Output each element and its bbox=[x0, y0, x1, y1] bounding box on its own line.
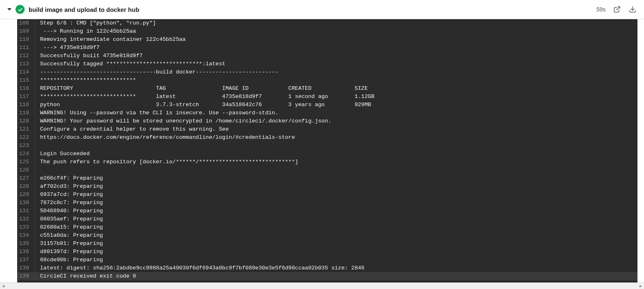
download-icon[interactable] bbox=[628, 5, 637, 13]
line-number: 108 bbox=[17, 19, 35, 27]
step-title: build image and upload to docker hub bbox=[29, 6, 592, 13]
line-text: d801397d: Preparing bbox=[35, 248, 106, 256]
line-number: 131 bbox=[17, 207, 35, 215]
line-text: CircleCI received exit code 0 bbox=[35, 272, 136, 280]
line-text: python 3.7.3-stretch 34a518642c76 3 year… bbox=[35, 101, 371, 109]
line-number: 125 bbox=[17, 158, 35, 166]
log-line[interactable]: 13531157b81: Preparing bbox=[17, 240, 637, 248]
horizontal-scrollbar[interactable]: ◄ ► bbox=[0, 282, 644, 289]
log-line[interactable]: 111 ---> 4735e818d9f7 bbox=[17, 44, 637, 52]
line-text: 6937a7cd: Preparing bbox=[35, 191, 106, 199]
log-line[interactable]: 13302680a15: Preparing bbox=[17, 223, 637, 231]
line-number: 119 bbox=[17, 109, 35, 117]
line-text: Configure a credential helper to remove … bbox=[35, 125, 229, 133]
log-line[interactable]: 108Step 6/6 : CMD ["python", "run.py"] bbox=[17, 19, 637, 27]
line-number: 136 bbox=[17, 248, 35, 256]
line-number: 118 bbox=[17, 101, 35, 109]
log-line[interactable]: 13208035aef: Preparing bbox=[17, 215, 637, 223]
line-number: 117 bbox=[17, 93, 35, 101]
log-line[interactable]: 139CircleCI received exit code 0 bbox=[17, 272, 637, 280]
line-number: 111 bbox=[17, 44, 35, 52]
step-header: build image and upload to docker hub 59s bbox=[0, 0, 644, 19]
line-number: 126 bbox=[17, 166, 35, 174]
line-number: 128 bbox=[17, 182, 35, 191]
log-line[interactable]: 119WARNING! Using --password via the CLI… bbox=[17, 109, 637, 117]
log-line[interactable]: 110Removing intermediate container 122c4… bbox=[17, 36, 637, 44]
line-number: 138 bbox=[17, 264, 35, 272]
line-text: af702cd3: Preparing bbox=[35, 182, 106, 191]
log-line[interactable]: 115***************************** bbox=[17, 76, 637, 84]
line-number: 121 bbox=[17, 125, 35, 133]
log-line[interactable]: 125The push refers to repository [docker… bbox=[17, 158, 637, 166]
collapse-chevron-icon[interactable] bbox=[7, 8, 11, 11]
log-line[interactable]: 117***************************** latest … bbox=[17, 93, 637, 101]
line-text: REPOSITORY TAG IMAGE ID CREATED SIZE bbox=[35, 84, 368, 93]
line-number: 127 bbox=[17, 174, 35, 182]
line-number: 110 bbox=[17, 36, 35, 44]
open-external-icon[interactable] bbox=[613, 5, 621, 13]
line-text: latest: digest: sha256:2abdbe9cc9988a25a… bbox=[35, 264, 364, 272]
line-text: ---> 4735e818d9f7 bbox=[35, 44, 100, 52]
line-number: 129 bbox=[17, 191, 35, 199]
log-line[interactable]: 134c551a0da: Preparing bbox=[17, 231, 637, 240]
line-text: e266cf4f: Preparing bbox=[35, 174, 106, 182]
header-actions: 59s bbox=[596, 5, 637, 13]
line-text: 08035aef: Preparing bbox=[35, 215, 106, 223]
log-line[interactable]: 127e266cf4f: Preparing bbox=[17, 174, 637, 182]
line-text: ***************************** bbox=[35, 76, 136, 84]
step-duration: 59s bbox=[596, 6, 606, 13]
log-line[interactable]: 136d801397d: Preparing bbox=[17, 248, 637, 256]
log-line[interactable]: 1296937a7cd: Preparing bbox=[17, 191, 637, 199]
line-text: The push refers to repository [docker.io… bbox=[35, 158, 298, 166]
log-line[interactable]: 128af702cd3: Preparing bbox=[17, 182, 637, 191]
line-text: https://docs.docker.com/engine/reference… bbox=[35, 133, 295, 142]
log-line[interactable]: 114-----------------------------------bu… bbox=[17, 68, 637, 76]
line-text: WARNING! Your password will be stored un… bbox=[35, 117, 331, 125]
line-text: ***************************** latest 473… bbox=[35, 93, 374, 101]
log-line[interactable]: 126 bbox=[17, 166, 637, 174]
line-text: 31157b81: Preparing bbox=[35, 240, 106, 248]
log-line[interactable]: 13150468940: Preparing bbox=[17, 207, 637, 215]
line-number: 130 bbox=[17, 199, 35, 207]
line-text: 50468940: Preparing bbox=[35, 207, 106, 215]
log-line[interactable]: 1307872c8c7: Preparing bbox=[17, 199, 637, 207]
log-line[interactable]: 123 bbox=[17, 142, 637, 150]
line-number: 133 bbox=[17, 223, 35, 231]
line-text: WARNING! Using --password via the CLI is… bbox=[35, 109, 278, 117]
log-line[interactable]: 109 ---> Running in 122c45bb25aa bbox=[17, 27, 637, 36]
log-line[interactable]: 13768cde90b: Preparing bbox=[17, 256, 637, 264]
line-number: 112 bbox=[17, 52, 35, 60]
log-line[interactable]: 112Successfully built 4735e818d9f7 bbox=[17, 52, 637, 60]
log-line[interactable]: 120WARNING! Your password will be stored… bbox=[17, 117, 637, 125]
log-line[interactable]: 116REPOSITORY TAG IMAGE ID CREATED SIZE bbox=[17, 84, 637, 93]
svg-line-0 bbox=[617, 7, 620, 10]
line-text: Successfully built 4735e818d9f7 bbox=[35, 52, 143, 60]
scroll-track[interactable] bbox=[7, 283, 637, 289]
line-number: 134 bbox=[17, 231, 35, 240]
log-line[interactable]: 138latest: digest: sha256:2abdbe9cc9988a… bbox=[17, 264, 637, 272]
line-number: 115 bbox=[17, 76, 35, 84]
line-number: 124 bbox=[17, 150, 35, 158]
log-line[interactable]: 122https://docs.docker.com/engine/refere… bbox=[17, 133, 637, 142]
terminal-wrapper: 108Step 6/6 : CMD ["python", "run.py"]10… bbox=[0, 19, 644, 282]
line-number: 123 bbox=[17, 142, 35, 150]
line-number: 116 bbox=[17, 84, 35, 93]
line-text: Removing intermediate container 122c45bb… bbox=[35, 36, 186, 44]
line-number: 137 bbox=[17, 256, 35, 264]
line-number: 109 bbox=[17, 27, 35, 36]
line-text: 68cde90b: Preparing bbox=[35, 256, 106, 264]
line-number: 139 bbox=[17, 272, 35, 280]
scroll-right-arrow-icon[interactable]: ► bbox=[637, 283, 644, 289]
line-text: Step 6/6 : CMD ["python", "run.py"] bbox=[35, 19, 156, 27]
terminal-output[interactable]: 108Step 6/6 : CMD ["python", "run.py"]10… bbox=[17, 19, 637, 282]
log-line[interactable]: 124Login Succeeded bbox=[17, 150, 637, 158]
log-line[interactable]: 121Configure a credential helper to remo… bbox=[17, 125, 637, 133]
line-text: ---> Running in 122c45bb25aa bbox=[35, 27, 136, 36]
line-number: 122 bbox=[17, 133, 35, 142]
line-text: Login Succeeded bbox=[35, 150, 90, 158]
scroll-left-arrow-icon[interactable]: ◄ bbox=[0, 283, 7, 289]
line-number: 120 bbox=[17, 117, 35, 125]
log-line[interactable]: 118python 3.7.3-stretch 34a518642c76 3 y… bbox=[17, 101, 637, 109]
log-line[interactable]: 113Successfully tagged *****************… bbox=[17, 60, 637, 68]
line-number: 135 bbox=[17, 240, 35, 248]
